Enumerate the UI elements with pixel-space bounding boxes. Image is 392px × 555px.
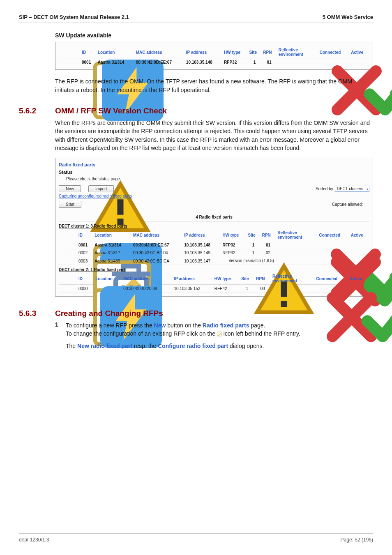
cell-hw: RFP32 [221,249,246,257]
flash-icon[interactable] [69,251,74,256]
sw-update-heading: SW Update available [55,32,373,39]
cross-icon [364,202,369,207]
check-icon [329,286,334,291]
sorted-by-select[interactable]: DECT clusters ▾ [335,186,369,192]
new-radio-fixed-part-keyword: New radio fixed part [77,343,132,349]
check-icon [357,251,362,256]
panel-radio-fixed-parts: Radio fixed parts Status Please check th… [55,158,373,296]
sorted-by-value: DECT clusters [337,187,363,191]
section-heading: Creating and Changing RFPs [55,309,163,318]
cell-rpn: 02 [261,249,276,257]
table-row: 0003Aastra 31/43900:30:42:0C:BD:CA10.103… [59,257,369,265]
warning-icon [222,258,227,263]
col-mac: MAC address [134,46,184,58]
radio-fixed-parts-keyword: Radio fixed parts [203,322,249,329]
cell-site: 1 [247,241,261,249]
edit-icon[interactable] [60,251,65,256]
sw-update-table: ID Location MAC address IP address HW ty… [59,46,369,66]
cross-icon [290,286,295,291]
table-row: 0001Aastra 31/31400:30:42:0D:EE:6710.103… [59,241,369,249]
sorted-by-label: Sorted by [316,187,333,191]
header-left: SIP – DECT OM System Manual Release 2.1 [19,14,129,20]
status-message: Please check the status page. [66,177,121,181]
col-site: Site [248,46,262,58]
cell-rpn: 01 [261,58,277,66]
col-location: Location [96,46,134,58]
edit-icon[interactable] [60,286,65,291]
footer-right: Page: 52 (196) [341,537,373,543]
col-active: Active [349,46,369,58]
cell-site: 1 [247,249,261,257]
cell-hw: RFP32 [222,58,248,66]
flash-icon[interactable] [69,243,74,248]
check-icon [356,286,361,291]
cross-icon [295,60,300,64]
col-connected: Connected [318,46,350,58]
section-number: 5.6.3 [19,309,55,318]
new-button[interactable]: New [59,185,81,192]
col-reflective: Reflective environment [277,46,318,58]
check-icon [331,251,336,256]
configure-radio-fixed-part-keyword: Configure radio fixed part [158,343,228,349]
section-heading: OMM / RFP SW Version Check [55,106,167,115]
step-body: To configure a new RFP press the New but… [66,321,373,350]
check-icon [357,243,362,248]
col-ip: IP address [184,46,222,58]
status-label: Status [59,170,369,175]
edit-icon[interactable] [60,258,65,263]
footer-left: depl-1230/1.3 [19,537,49,543]
edit-icon[interactable] [60,60,65,64]
flash-icon[interactable] [69,286,74,291]
import-button[interactable]: Import [88,185,114,192]
panel-sw-update: ID Location MAC address IP address HW ty… [55,42,373,70]
capturing-link[interactable]: Capturing unconfigured radio fixed parts [59,194,132,198]
capture-allowed-label: Capture allowed: [332,202,363,207]
col-hw: HW type [222,46,248,58]
new-keyword: New [154,322,166,329]
sec-562-body: When the RFPs are connecting the OMM the… [55,119,373,152]
cell-rpn: 01 [261,241,276,249]
table-row: 0001 Aastra 31/314 00:30:42:0D:EE:67 10.… [59,58,369,66]
cluster1-table: ID Location MAC address IP address HW ty… [59,229,369,265]
panel-title[interactable]: Radio fixed parts [59,162,369,167]
cluster1-title: DECT cluster 1: 3 Radio fixed parts [59,224,369,228]
cell-hw: RFP32 [221,241,246,249]
warning-icon [59,176,64,181]
section-number: 5.6.2 [19,106,55,115]
trash-icon[interactable] [69,258,74,263]
col-rpn: RPN [261,46,277,58]
edit-icon [217,330,222,335]
flash-icon[interactable] [71,60,76,64]
table-row: 0002Aastra 31/31700:30:42:0C:BE:0410.103… [59,249,369,257]
check-icon [357,60,362,64]
check-icon [331,243,336,248]
start-button[interactable]: Start [59,201,81,208]
step-number: 1 [55,321,61,350]
cross-icon [294,243,299,248]
cross-icon [294,251,299,256]
cell-site: 1 [248,58,262,66]
col-id: ID [80,46,96,58]
header-right: 5 OMM Web Service [323,14,373,20]
edit-icon[interactable] [60,243,65,248]
chevron-down-icon: ▾ [367,187,368,191]
table-row: 0000-00:30:42:0D:20:8810.103.35.152RFP42… [59,285,369,292]
check-icon [331,60,336,64]
